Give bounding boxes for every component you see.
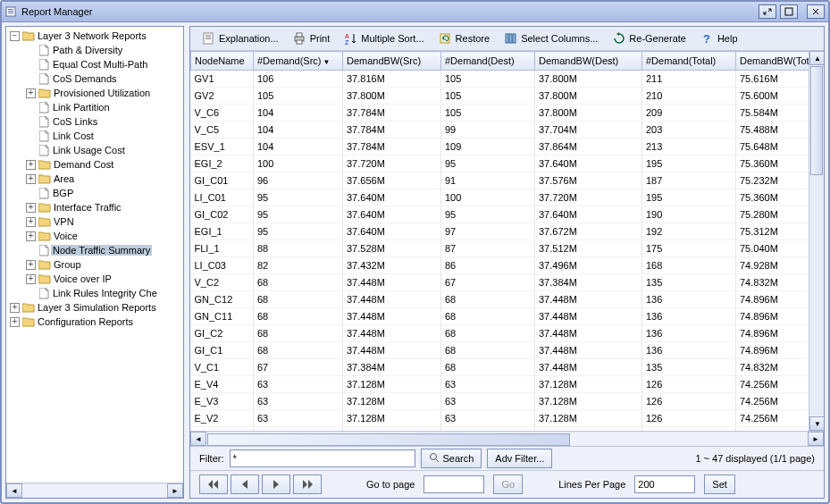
table-row[interactable]: E_V46337.128M6337.128M12674.256M <box>191 376 809 393</box>
column-header[interactable]: #Demand(Dest) <box>441 52 535 71</box>
column-header[interactable]: DemandBW(Tota <box>736 52 809 71</box>
table-row[interactable]: V_C610437.784M10537.800M20975.584M <box>191 105 809 122</box>
table-row[interactable]: V_C510437.784M9937.704M20375.488M <box>191 122 809 139</box>
table-row[interactable]: E_V16337.128M6337.128M12674.256M <box>191 427 809 432</box>
tree-expander[interactable]: − <box>10 31 20 41</box>
table-row[interactable]: LI_C038237.432M8637.496M16874.928M <box>191 257 809 274</box>
table-cell: 74.928M <box>736 257 809 274</box>
page-first-button[interactable] <box>199 475 228 494</box>
table-scroll[interactable]: NodeName#Demand(Src)▼DemandBW(Src)#Deman… <box>190 51 809 431</box>
select-columns-button[interactable]: Select Columns... <box>498 29 604 48</box>
tree-expander[interactable]: + <box>26 174 36 184</box>
table-cell: 37.816M <box>343 71 441 88</box>
tree-item[interactable]: −Layer 3 Network Reports <box>6 29 183 43</box>
scroll-left-button[interactable]: ◄ <box>190 432 206 446</box>
print-button[interactable]: Print <box>287 29 337 48</box>
tree-item[interactable]: +VPN <box>6 214 183 229</box>
tree-expander[interactable]: + <box>10 303 20 313</box>
table-row[interactable]: GV110637.816M10537.800M21175.616M <box>191 71 809 88</box>
tree-expander[interactable]: + <box>10 317 20 327</box>
tree-item[interactable]: +Demand Cost <box>6 157 183 172</box>
lines-per-page-input[interactable] <box>634 475 695 493</box>
tree-expander[interactable]: + <box>26 203 36 213</box>
table-cell: 63 <box>441 427 535 432</box>
file-icon <box>37 145 51 156</box>
goto-page-input[interactable] <box>423 475 484 493</box>
explanation-button[interactable]: Explanation... <box>196 29 285 48</box>
tree-item[interactable]: Link Rules Integrity Che <box>6 286 183 300</box>
table-row[interactable]: LI_C019537.640M10037.720M19575.360M <box>191 189 809 206</box>
restore-button[interactable]: Restore <box>432 29 497 48</box>
tree-item[interactable]: +Group <box>6 257 183 272</box>
column-header[interactable]: #Demand(Src)▼ <box>254 52 343 71</box>
help-button[interactable]: ? Help <box>694 29 744 48</box>
tree-expander[interactable]: + <box>26 88 36 98</box>
table-row[interactable]: GV210537.800M10537.800M21075.600M <box>191 88 809 105</box>
multiple-sort-button[interactable]: AZ Multiple Sort... <box>338 29 430 48</box>
table-row[interactable]: E_V26337.128M6337.128M12674.256M <box>191 410 809 427</box>
maximize-button[interactable] <box>780 4 798 19</box>
tree-item[interactable]: +Provisioned Utilization <box>6 86 183 100</box>
table-row[interactable]: EGI_19537.640M9737.672M19275.312M <box>191 223 809 240</box>
table-row[interactable]: E_V36337.128M6337.128M12674.256M <box>191 393 809 410</box>
close-button[interactable] <box>807 4 825 19</box>
tree-item[interactable]: +Configuration Reports <box>6 315 183 329</box>
page-prev-button[interactable] <box>231 475 259 494</box>
table-h-scrollbar[interactable]: ◄ ► <box>190 431 824 446</box>
tree-item[interactable]: CoS Links <box>6 114 183 129</box>
tree-item[interactable]: BGP <box>6 186 183 200</box>
adv-filter-button[interactable]: Adv Filter... <box>487 449 552 468</box>
table-row[interactable]: GI_C16837.448M6837.448M13674.896M <box>191 342 809 359</box>
scroll-right-button[interactable]: ► <box>808 432 824 446</box>
report-tree[interactable]: −Layer 3 Network ReportsPath & Diversity… <box>6 27 183 483</box>
tree-expander[interactable]: + <box>26 274 36 284</box>
table-row[interactable]: V_C16737.384M6837.448M13574.832M <box>191 359 809 376</box>
tree-item[interactable]: +Voice over IP <box>6 272 183 286</box>
tree-item[interactable]: Link Usage Cost <box>6 143 183 157</box>
column-header[interactable]: DemandBW(Dest) <box>535 52 642 71</box>
tree-item[interactable]: +Layer 3 Simulation Reports <box>6 300 183 315</box>
column-header[interactable]: NodeName <box>191 52 254 71</box>
tree-item[interactable]: +Area <box>6 172 183 186</box>
column-header[interactable]: DemandBW(Src) <box>343 52 441 71</box>
minimize-button[interactable] <box>759 4 776 19</box>
table-row[interactable]: GI_C029537.640M9537.640M19075.280M <box>191 206 809 223</box>
tree-item[interactable]: +Voice <box>6 229 183 243</box>
table-row[interactable]: ESV_110437.784M10937.864M21375.648M <box>191 139 809 155</box>
table-row[interactable]: EGI_210037.720M9537.640M19575.360M <box>191 155 809 172</box>
scroll-thumb[interactable] <box>810 66 823 175</box>
tree-expander[interactable]: + <box>26 260 36 270</box>
tree-item[interactable]: CoS Demands <box>6 71 183 86</box>
tree-expander[interactable]: + <box>26 160 36 170</box>
scroll-up-button[interactable]: ▲ <box>809 51 824 65</box>
tree-expander[interactable]: + <box>26 231 36 241</box>
h-scroll-thumb[interactable] <box>207 433 570 446</box>
tree-item[interactable]: Link Partition <box>6 100 183 114</box>
tree-expander[interactable]: + <box>26 217 36 227</box>
tree-item[interactable]: Equal Cost Multi-Path <box>6 57 183 71</box>
table-v-scrollbar[interactable]: ▲ ▼ <box>809 51 824 431</box>
scroll-left-button[interactable]: ◄ <box>6 483 22 498</box>
tree-item[interactable]: +Interface Traffic <box>6 200 183 214</box>
table-row[interactable]: V_C26837.448M6737.384M13574.832M <box>191 274 809 291</box>
regenerate-button[interactable]: Re-Generate <box>606 29 692 48</box>
tree-item[interactable]: Node Traffic Summary <box>6 243 183 257</box>
page-next-button[interactable] <box>262 475 290 494</box>
tree-item[interactable]: Path & Diversity <box>6 43 183 57</box>
go-button[interactable]: Go <box>493 475 523 494</box>
filter-bar: Filter: Search Adv Filter... 1 ~ 47 disp… <box>190 446 824 470</box>
search-button[interactable]: Search <box>421 449 482 468</box>
set-button[interactable]: Set <box>704 475 735 494</box>
tree-h-scrollbar[interactable]: ◄ ► <box>6 483 183 498</box>
scroll-down-button[interactable]: ▼ <box>809 416 824 431</box>
table-row[interactable]: FLI_18837.528M8737.512M17575.040M <box>191 240 809 257</box>
table-row[interactable]: GI_C019637.656M9137.576M18775.232M <box>191 172 809 189</box>
filter-input[interactable] <box>230 449 415 467</box>
table-row[interactable]: GI_C26837.448M6837.448M13674.896M <box>191 325 809 342</box>
scroll-right-button[interactable]: ► <box>167 483 183 498</box>
page-last-button[interactable] <box>293 475 322 494</box>
table-row[interactable]: GN_C126837.448M6837.448M13674.896M <box>191 291 809 308</box>
table-row[interactable]: GN_C116837.448M6837.448M13674.896M <box>191 308 809 325</box>
column-header[interactable]: #Demand(Total) <box>642 52 736 71</box>
tree-item[interactable]: Link Cost <box>6 129 183 143</box>
